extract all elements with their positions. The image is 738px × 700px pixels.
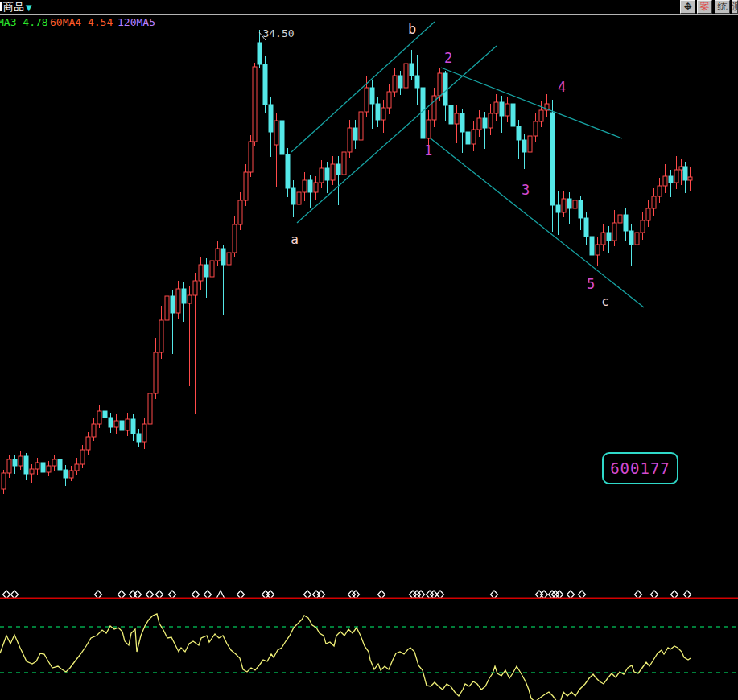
wave-label-1: 1 [424,142,432,159]
wave-label-2: 2 [444,50,452,66]
wave-label-c: c [601,294,609,309]
instrument-label: 商品 [3,1,24,13]
wave-label-a: a [291,232,299,247]
peak-price-label: 34.50 [262,27,294,39]
wave-label-b: b [408,21,416,37]
ma3-value: MA3 4.78 [0,16,48,28]
ma60-value: 60MA4 4.54 [50,16,113,28]
clipped-tool-button[interactable]: 测 [732,0,738,14]
case-tool-button[interactable]: 案 [697,0,712,14]
wave-label-4: 4 [558,79,566,95]
title-bar: 商品▼ ↔ ↕ 案 统 测 [0,0,738,14]
clipped-character [0,2,2,11]
stats-tool-button[interactable]: 统 [715,0,730,14]
wave-label-5: 5 [587,276,595,292]
candlestick-chart-canvas[interactable] [0,0,738,700]
titlebar-separator-highlight [0,14,738,15]
move-tool-button[interactable]: ↔ ↕ [680,0,695,14]
chevron-down-icon: ▼ [26,3,32,12]
trading-app-window: 商品▼ ↔ ↕ 案 统 测 MA3 4.78 60MA4 4.54 120MA5… [0,0,738,700]
move-cross-icon: ↔ ↕ [681,1,695,13]
stock-code-badge: 600177 [602,452,678,484]
ma120-value: 120MA5 ---- [118,16,187,28]
wave-label-3: 3 [522,182,530,198]
instrument-selector[interactable]: 商品▼ [3,1,32,14]
